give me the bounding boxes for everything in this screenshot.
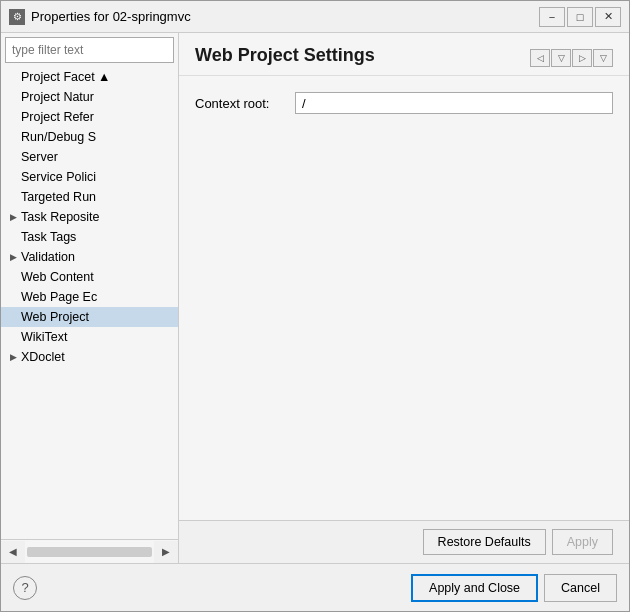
main-panel: Web Project Settings ◁ ▽ ▷ ▽ Context roo…	[179, 33, 629, 563]
window-title: Properties for 02-springmvc	[31, 9, 539, 24]
expand-arrow-icon: ▶	[7, 251, 19, 263]
sidebar-item-label: Validation	[21, 250, 75, 264]
properties-dialog: ⚙ Properties for 02-springmvc − □ ✕ Proj…	[0, 0, 630, 612]
panel-nav-buttons: ◁ ▽ ▷ ▽	[530, 49, 613, 67]
sidebar-item-task-repositories[interactable]: ▶Task Reposite	[1, 207, 178, 227]
sidebar-item-label: Project Refer	[21, 110, 94, 124]
sidebar-item-label: Task Reposite	[21, 210, 100, 224]
sidebar-item-run-debug[interactable]: Run/Debug S	[1, 127, 178, 147]
help-button[interactable]: ?	[13, 576, 37, 600]
dialog-actions: Apply and Close Cancel	[37, 574, 617, 602]
sidebar-item-label: Server	[21, 150, 58, 164]
expand-arrow-icon: ▶	[7, 211, 19, 223]
sidebar-item-web-project[interactable]: Web Project	[1, 307, 178, 327]
apply-and-close-button[interactable]: Apply and Close	[411, 574, 538, 602]
panel-header: Web Project Settings ◁ ▽ ▷ ▽	[179, 33, 629, 76]
sidebar-item-server[interactable]: Server	[1, 147, 178, 167]
nav-forward-button[interactable]: ▷	[572, 49, 592, 67]
restore-defaults-button[interactable]: Restore Defaults	[423, 529, 546, 555]
nav-forward-dropdown-button[interactable]: ▽	[593, 49, 613, 67]
sidebar-item-targeted-run[interactable]: Targeted Run	[1, 187, 178, 207]
tree-area: Project Facet ▲Project NaturProject Refe…	[1, 67, 178, 539]
expand-arrow-icon: ▶	[7, 351, 19, 363]
maximize-button[interactable]: □	[567, 7, 593, 27]
filter-input[interactable]	[5, 37, 174, 63]
sidebar-item-label: Service Polici	[21, 170, 96, 184]
scroll-right-button[interactable]: ▶	[154, 541, 178, 563]
close-button[interactable]: ✕	[595, 7, 621, 27]
sidebar-item-web-page-editor[interactable]: Web Page Ec	[1, 287, 178, 307]
sidebar-item-label: Run/Debug S	[21, 130, 96, 144]
minimize-button[interactable]: −	[539, 7, 565, 27]
sidebar-item-label: Task Tags	[21, 230, 76, 244]
scroll-left-button[interactable]: ◀	[1, 541, 25, 563]
window-controls: − □ ✕	[539, 7, 621, 27]
apply-button[interactable]: Apply	[552, 529, 613, 555]
sidebar-item-task-tags[interactable]: Task Tags	[1, 227, 178, 247]
sidebar-item-web-content[interactable]: Web Content	[1, 267, 178, 287]
panel-title: Web Project Settings	[195, 45, 375, 66]
sidebar-item-project-facet[interactable]: Project Facet ▲	[1, 67, 178, 87]
app-icon: ⚙	[9, 9, 25, 25]
nav-back-dropdown-button[interactable]: ▽	[551, 49, 571, 67]
cancel-button[interactable]: Cancel	[544, 574, 617, 602]
context-root-row: Context root:	[195, 92, 613, 114]
sidebar: Project Facet ▲Project NaturProject Refe…	[1, 33, 179, 563]
nav-back-button[interactable]: ◁	[530, 49, 550, 67]
sidebar-item-service-policies[interactable]: Service Polici	[1, 167, 178, 187]
context-root-input[interactable]	[295, 92, 613, 114]
panel-footer: Restore Defaults Apply	[179, 520, 629, 563]
panel-body: Context root:	[179, 76, 629, 520]
title-bar: ⚙ Properties for 02-springmvc − □ ✕	[1, 1, 629, 33]
sidebar-item-label: Targeted Run	[21, 190, 96, 204]
sidebar-item-label: Web Project	[21, 310, 89, 324]
dialog-footer: ? Apply and Close Cancel	[1, 563, 629, 611]
sidebar-item-label: WikiText	[21, 330, 68, 344]
sidebar-item-label: Web Page Ec	[21, 290, 97, 304]
sidebar-item-xdoclet[interactable]: ▶XDoclet	[1, 347, 178, 367]
sidebar-item-wikitext[interactable]: WikiText	[1, 327, 178, 347]
sidebar-item-label: Project Natur	[21, 90, 94, 104]
sidebar-item-project-references[interactable]: Project Refer	[1, 107, 178, 127]
sidebar-item-label: Web Content	[21, 270, 94, 284]
sidebar-bottom: ◀ ▶	[1, 539, 178, 563]
sidebar-item-label: Project Facet ▲	[21, 70, 110, 84]
context-root-label: Context root:	[195, 96, 295, 111]
scroll-thumb[interactable]	[27, 547, 152, 557]
sidebar-item-validation[interactable]: ▶Validation	[1, 247, 178, 267]
sidebar-item-project-nature[interactable]: Project Natur	[1, 87, 178, 107]
content-area: Project Facet ▲Project NaturProject Refe…	[1, 33, 629, 563]
sidebar-item-label: XDoclet	[21, 350, 65, 364]
